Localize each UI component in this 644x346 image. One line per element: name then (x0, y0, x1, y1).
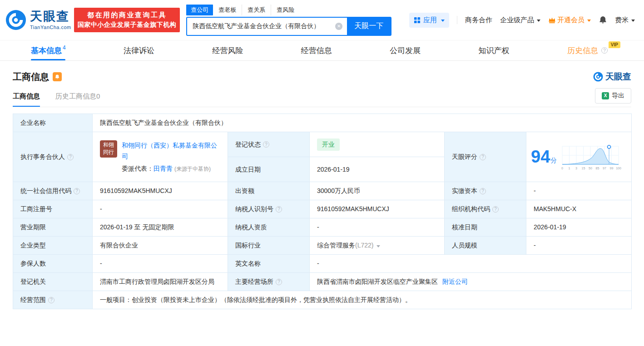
tab-label: 基本信息 (31, 45, 62, 56)
tab-basic-info[interactable]: 基本信息 4 (27, 40, 69, 60)
apps-menu[interactable]: 应用 (409, 13, 449, 28)
partner-label: 执行事务合伙人 (13, 132, 93, 182)
slogan-line1: 都在用的商业查询工具 (78, 11, 177, 20)
nav-label: 企业级产品 (500, 16, 534, 25)
partner-logo[interactable]: 和翎 同行 (100, 140, 117, 158)
search-tab-risk[interactable]: 查风险 (271, 5, 300, 15)
score-distribution-chart: 0 1 3 15 50 85 97 99 100 (559, 143, 621, 172)
vip-badge: VIP (609, 41, 620, 48)
tab-legal-proceedings[interactable]: 法律诉讼 (120, 40, 158, 60)
svg-text:1: 1 (569, 167, 570, 170)
tab-count-badge: 4 (63, 44, 66, 51)
credit-code-value: 91610592MAK5HMUCXJ (93, 182, 228, 200)
tab-business-info[interactable]: 经营信息 (297, 40, 336, 60)
row-term: 营业期限 2026-01-19 至 无固定期限 纳税人资质 - 核准日期 202… (13, 218, 632, 237)
tax-id-value: 91610592MAK5HMUCXJ (310, 200, 445, 218)
nav-label: 商务合作 (465, 16, 492, 25)
help-icon[interactable] (263, 141, 269, 148)
scope-value: 一般项目：创业投资（限投资未上市企业）（除依法须经批准的项目外，凭营业执照依法自… (93, 291, 632, 309)
representative-line: 委派代表：田青青 (来源于中基协) (122, 164, 220, 173)
header-nav: 应用 商务合作 企业级产品 开通会员 (409, 13, 635, 28)
help-icon[interactable] (48, 297, 54, 303)
crown-icon (548, 17, 556, 24)
search-input[interactable] (187, 23, 335, 30)
tax-quality-value: - (310, 218, 445, 237)
tab-operating-risk[interactable]: 经营风险 (208, 40, 247, 60)
term-value: 2026-01-19 至 无固定期限 (93, 218, 228, 237)
row-partner-status: 执行事务合伙人 和翎 同行 和翎同行（西安）私募基金有限公司 委派代表：田 (13, 132, 632, 157)
partner-value: 和翎 同行 和翎同行（西安）私募基金有限公司 委派代表：田青青 (来源于中基协) (93, 132, 228, 182)
nav-user-menu[interactable]: 费米 (615, 16, 635, 25)
slogan-line2: 国家中小企业发展子基金旗下机构 (78, 21, 177, 29)
rep-source: (来源于中基协) (174, 166, 211, 172)
help-icon[interactable] (276, 206, 282, 213)
divider (457, 16, 457, 24)
excel-icon (602, 92, 609, 99)
partner-company-link[interactable]: 和翎同行（西安）私募基金有限公司 (122, 140, 220, 162)
org-code-label: 组织机构代码 (445, 200, 526, 218)
industry-label: 国标行业 (228, 237, 310, 255)
export-button[interactable]: 导出 (595, 88, 631, 104)
help-icon[interactable] (276, 279, 282, 285)
help-icon[interactable] (601, 47, 608, 54)
help-icon[interactable] (480, 188, 486, 194)
partner-detail: 和翎同行（西安）私募基金有限公司 委派代表：田青青 (来源于中基协) (122, 140, 220, 174)
export-label: 导出 (612, 92, 624, 100)
search-tab-company[interactable]: 查公司 (186, 5, 213, 15)
row-company-name: 企业名称 陕西低空航飞产业基金合伙企业（有限合伙） (13, 114, 632, 132)
subtabs-bar: 工商信息 历史工商信息0 导出 (13, 87, 631, 107)
nearby-companies-link[interactable]: 附近公司 (442, 278, 468, 285)
score-value: 94分 (526, 132, 632, 182)
search-tab-boss[interactable]: 查老板 (213, 5, 242, 15)
svg-text:50: 50 (589, 167, 592, 170)
search-button[interactable]: 天眼一下 (347, 18, 391, 35)
row-authority: 登记机关 渭南市工商行政管理局卤阳湖开发区分局 主要经营场所 陕西省渭南市卤阳湖… (13, 273, 632, 291)
company-type-value: 有限合伙企业 (93, 237, 228, 255)
nav-business-cooperation[interactable]: 商务合作 (465, 16, 492, 25)
chevron-down-icon (631, 20, 635, 22)
tab-company-development[interactable]: 公司发展 (386, 40, 424, 60)
nav-enterprise-products[interactable]: 企业级产品 (500, 16, 540, 25)
nav-open-vip[interactable]: 开通会员 (548, 16, 591, 25)
svg-text:99: 99 (610, 167, 614, 170)
brand-name: 天眼查 (30, 10, 71, 23)
help-icon[interactable] (74, 188, 80, 194)
chevron-down-icon (537, 20, 540, 22)
notification-bell-icon[interactable] (599, 15, 607, 25)
representative-link[interactable]: 田青青 (154, 165, 173, 172)
apps-label: 应用 (423, 16, 437, 25)
tab-history-info[interactable]: 历史信息 VIP (564, 40, 611, 60)
search-box: 天眼一下 (186, 17, 391, 36)
section-title: 工商信息 (13, 71, 49, 83)
clear-icon[interactable] (335, 23, 342, 30)
help-icon[interactable] (67, 154, 74, 160)
approved-value: 2026-01-19 (526, 218, 632, 237)
chevron-down-icon[interactable] (376, 245, 380, 247)
row-type: 企业类型 有限合伙企业 国标行业 综合管理服务(L722) 人员规模 - (13, 237, 632, 255)
tianyancha-logo[interactable]: 天眼查 TianYanCha.com (5, 10, 71, 30)
help-icon[interactable] (492, 206, 499, 213)
brand-slogan-banner: 都在用的商业查询工具 国家中小企业发展子基金旗下机构 (74, 8, 180, 32)
score-number: 94分 (531, 144, 557, 170)
chevron-down-icon (441, 20, 445, 22)
established-label: 成立日期 (228, 157, 310, 182)
subtab-business-registration[interactable]: 工商信息 (13, 87, 40, 107)
logo-text: 天眼查 TianYanCha.com (30, 10, 71, 30)
score-label: 天眼评分 (445, 132, 526, 182)
subtab-history-registration[interactable]: 历史工商信息0 (55, 87, 100, 107)
subscribe-bell-icon[interactable] (53, 72, 62, 81)
page: 天眼查 TianYanCha.com 都在用的商业查询工具 国家中小企业发展子基… (0, 0, 644, 346)
tax-id-label: 纳税人识别号 (228, 200, 310, 218)
search-tab-relation[interactable]: 查关系 (242, 5, 271, 15)
credit-code-label: 统一社会信用代码 (13, 182, 93, 200)
svg-text:100: 100 (616, 167, 621, 170)
status-badge[interactable]: 开业 (317, 138, 340, 151)
brand-domain: TianYanCha.com (30, 25, 71, 30)
svg-text:97: 97 (603, 167, 606, 170)
svg-text:0: 0 (561, 167, 563, 170)
staff-label: 人员规模 (445, 237, 526, 255)
rep-prefix: 委派代表： (122, 165, 154, 172)
tab-intellectual-property[interactable]: 知识产权 (475, 40, 513, 60)
org-code-value: MAK5HMUC-X (526, 200, 632, 218)
help-icon[interactable] (480, 154, 486, 160)
